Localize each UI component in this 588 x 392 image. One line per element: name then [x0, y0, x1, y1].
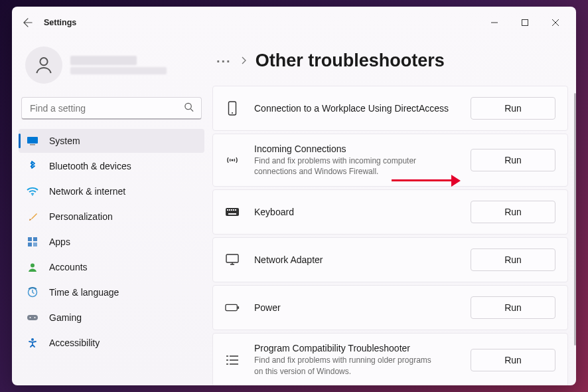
sidebar-item-bluetooth[interactable]: Bluetooth & devices: [19, 154, 204, 178]
card-text: Power: [254, 302, 456, 313]
svg-rect-0: [522, 20, 528, 26]
back-arrow-icon: [23, 18, 33, 27]
clock-icon: [27, 286, 38, 298]
svg-rect-4: [30, 144, 35, 146]
svg-rect-27: [226, 305, 237, 311]
run-button-incoming[interactable]: Run: [471, 149, 555, 171]
page-title: Other troubleshooters: [256, 50, 445, 71]
run-button-netadapter[interactable]: Run: [471, 248, 555, 271]
main: ··· Other troubleshooters Connection to …: [211, 39, 576, 385]
sidebar-item-accessibility[interactable]: Accessibility: [19, 331, 204, 355]
svg-rect-8: [28, 243, 32, 246]
app-title: Settings: [44, 18, 76, 27]
svg-rect-20: [227, 209, 228, 211]
ts-card-incoming: Incoming Connections Find and fix proble…: [212, 134, 568, 187]
profile-text: [70, 56, 167, 74]
svg-rect-9: [33, 243, 37, 246]
nav-label: Gaming: [49, 312, 82, 323]
battery-icon: [225, 303, 240, 312]
nav-label: Accessibility: [49, 338, 100, 348]
card-title: Program Compatibility Troubleshooter: [254, 343, 456, 353]
svg-rect-6: [28, 237, 32, 241]
maximize-icon: [522, 19, 528, 26]
bluetooth-icon: [27, 160, 38, 172]
sidebar-item-time[interactable]: Time & language: [19, 280, 204, 304]
svg-rect-21: [229, 209, 230, 211]
search-input[interactable]: [21, 97, 202, 120]
run-button-keyboard[interactable]: Run: [471, 201, 555, 223]
run-button-compat[interactable]: Run: [471, 349, 555, 371]
nav-label: System: [49, 136, 80, 146]
ts-card-power: Power Run: [212, 285, 568, 330]
card-title: Connection to a Workplace Using DirectAc…: [254, 103, 456, 114]
sidebar-item-network[interactable]: Network & internet: [19, 179, 204, 203]
card-text: Keyboard: [254, 207, 456, 217]
sidebar-item-apps[interactable]: Apps: [19, 230, 204, 254]
accessibility-icon: [27, 337, 38, 349]
card-title: Power: [254, 302, 456, 313]
profile-name-redacted: [70, 56, 137, 65]
minimize-button[interactable]: [479, 12, 510, 33]
svg-rect-26: [226, 254, 238, 262]
close-icon: [552, 19, 559, 26]
card-text: Program Compatibility Troubleshooter Fin…: [254, 343, 456, 376]
content-scroll[interactable]: Connection to a Workplace Using DirectAc…: [212, 86, 569, 385]
breadcrumb-more[interactable]: ···: [216, 54, 232, 68]
accounts-icon: [27, 261, 38, 273]
svg-rect-23: [233, 209, 234, 211]
antenna-icon: [225, 153, 240, 167]
card-text: Network Adapter: [254, 254, 456, 265]
card-title: Keyboard: [254, 207, 456, 217]
maximize-button[interactable]: [510, 12, 540, 33]
run-button-power[interactable]: Run: [471, 296, 555, 319]
minimize-icon: [491, 19, 498, 26]
list-icon: [225, 355, 240, 365]
brush-icon: [27, 211, 38, 223]
sidebar: System Bluetooth & devices Network & int…: [12, 39, 211, 385]
card-title: Incoming Connections: [254, 144, 456, 154]
apps-icon: [27, 236, 38, 248]
svg-point-13: [30, 317, 31, 318]
wifi-icon: [27, 185, 38, 197]
ts-card-netadapter: Network Adapter Run: [212, 237, 568, 282]
card-title: Network Adapter: [254, 254, 456, 265]
gaming-icon: [27, 312, 38, 324]
profile-block[interactable]: [19, 39, 204, 97]
svg-rect-28: [238, 307, 239, 310]
svg-rect-24: [235, 209, 236, 211]
sidebar-item-accounts[interactable]: Accounts: [19, 255, 204, 279]
sidebar-item-system[interactable]: System: [19, 129, 204, 153]
svg-point-10: [31, 264, 35, 268]
body: System Bluetooth & devices Network & int…: [12, 39, 576, 385]
titlebar: Settings: [12, 7, 576, 39]
svg-rect-7: [33, 237, 37, 241]
sidebar-item-personalization[interactable]: Personalization: [19, 205, 204, 229]
system-icon: [27, 135, 38, 147]
svg-rect-12: [27, 315, 38, 320]
ts-card-compat: Program Compatibility Troubleshooter Fin…: [212, 333, 568, 385]
card-text: Incoming Connections Find and fix proble…: [254, 144, 456, 177]
ts-card-keyboard: Keyboard Run: [212, 189, 568, 235]
sidebar-item-gaming[interactable]: Gaming: [19, 306, 204, 330]
svg-point-5: [32, 195, 33, 196]
card-text: Connection to a Workplace Using DirectAc…: [254, 103, 456, 114]
nav: System Bluetooth & devices Network & int…: [19, 129, 204, 355]
scrollbar-indicator[interactable]: [574, 93, 576, 345]
back-button[interactable]: [17, 12, 38, 33]
settings-window: Settings: [12, 7, 576, 385]
nav-label: Network & internet: [49, 186, 125, 197]
close-button[interactable]: [540, 12, 571, 33]
keyboard-icon: [225, 207, 240, 217]
run-button-directaccess[interactable]: Run: [471, 97, 555, 120]
phone-icon: [225, 101, 240, 116]
nav-label: Time & language: [49, 287, 119, 298]
svg-point-1: [40, 58, 47, 65]
svg-point-15: [31, 338, 34, 341]
nav-label: Bluetooth & devices: [49, 161, 131, 171]
search-wrap: [21, 97, 202, 120]
svg-rect-22: [231, 209, 232, 211]
breadcrumb: ··· Other troubleshooters: [212, 50, 569, 71]
avatar: [25, 47, 62, 84]
nav-label: Apps: [49, 237, 70, 247]
svg-rect-19: [226, 208, 239, 216]
